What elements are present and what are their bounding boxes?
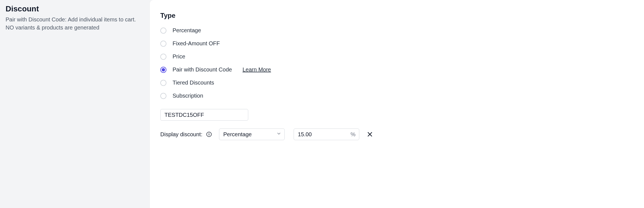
- type-radio-group: Percentage Fixed-Amount OFF Price Pair w…: [160, 27, 633, 99]
- radio-label: Price: [173, 53, 185, 60]
- type-option-price[interactable]: Price: [160, 53, 633, 60]
- left-panel: Discount Pair with Discount Code: Add in…: [0, 0, 150, 208]
- radio-label: Fixed-Amount OFF: [173, 40, 220, 47]
- type-option-fixed-amount[interactable]: Fixed-Amount OFF: [160, 40, 633, 47]
- radio-icon: [160, 67, 166, 73]
- learn-more-link[interactable]: Learn More: [242, 66, 271, 73]
- radio-icon: [160, 54, 166, 60]
- display-value-input[interactable]: [294, 128, 359, 140]
- display-value-wrap: %: [294, 128, 359, 140]
- right-panel: Type Percentage Fixed-Amount OFF Price P…: [150, 0, 644, 208]
- radio-label: Pair with Discount Code: [173, 66, 232, 73]
- remove-button[interactable]: [366, 130, 374, 138]
- type-heading: Type: [160, 12, 633, 19]
- info-icon[interactable]: [206, 132, 212, 137]
- type-option-tiered-discounts[interactable]: Tiered Discounts: [160, 80, 633, 86]
- radio-label: Percentage: [173, 27, 201, 34]
- display-discount-label: Display discount:: [160, 131, 202, 138]
- radio-icon: [160, 80, 166, 86]
- display-type-select-wrap: [219, 128, 285, 140]
- display-type-select[interactable]: [219, 128, 285, 140]
- section-description: Pair with Discount Code: Add individual …: [6, 16, 144, 32]
- display-discount-row: Display discount: %: [160, 128, 633, 140]
- type-option-subscription[interactable]: Subscription: [160, 93, 633, 99]
- type-option-pair-discount-code[interactable]: Pair with Discount Code Learn More: [160, 66, 633, 73]
- svg-rect-2: [209, 134, 209, 136]
- radio-icon: [160, 93, 166, 99]
- close-icon: [367, 131, 373, 137]
- radio-icon: [160, 41, 166, 47]
- svg-point-1: [209, 133, 210, 134]
- radio-icon: [160, 28, 166, 34]
- section-title: Discount: [6, 4, 144, 13]
- discount-code-input[interactable]: [160, 109, 248, 121]
- page-root: Discount Pair with Discount Code: Add in…: [0, 0, 644, 208]
- type-option-percentage[interactable]: Percentage: [160, 27, 633, 34]
- radio-label: Tiered Discounts: [173, 80, 214, 86]
- radio-label: Subscription: [173, 93, 203, 99]
